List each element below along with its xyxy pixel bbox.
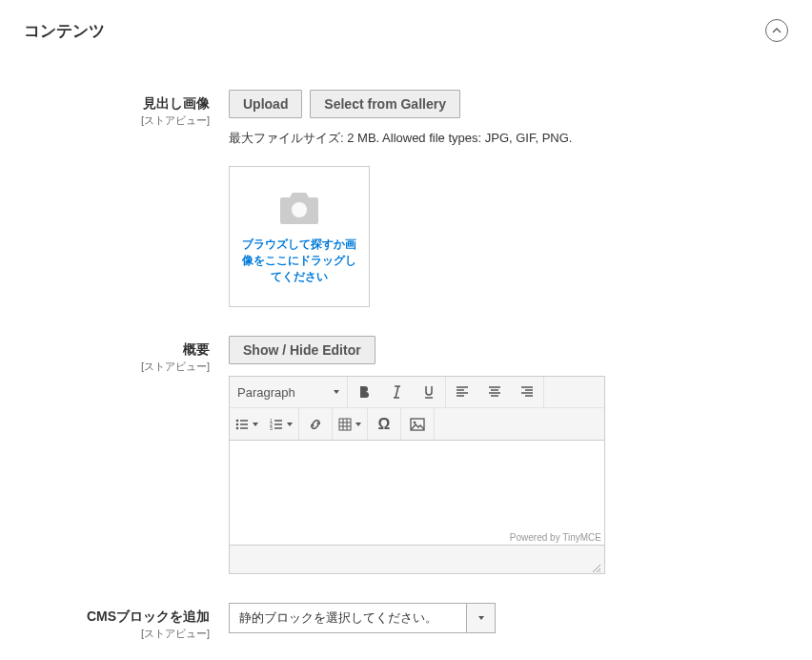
section-header: コンテンツ (24, 19, 788, 42)
svg-point-2 (236, 423, 239, 425)
field-label: 概要 (24, 341, 210, 359)
svg-point-9 (414, 421, 416, 423)
field-scope: [ストアビュー] (24, 113, 210, 128)
align-right-icon (520, 385, 534, 399)
align-right-button[interactable] (511, 377, 543, 407)
link-icon (308, 417, 323, 432)
select-from-gallery-button[interactable]: Select from Gallery (310, 90, 460, 118)
field-scope: [ストアビュー] (24, 627, 210, 641)
cms-block-select[interactable]: 静的ブロックを選択してください。 (229, 603, 496, 633)
dropzone-text: ブラウズして探すか画像をここにドラッグしてください (239, 237, 359, 284)
editor-statusbar (229, 546, 605, 574)
omega-icon: Ω (378, 416, 391, 433)
field-label: 見出し画像 (24, 95, 210, 113)
align-center-icon (488, 385, 501, 399)
image-dropzone[interactable]: ブラウズして探すか画像をここにドラッグしてください (229, 166, 370, 307)
field-control: 静的ブロックを選択してください。 (229, 603, 788, 633)
wysiwyg-editor: Paragraph (229, 376, 605, 574)
align-left-button[interactable] (446, 377, 478, 407)
collapse-toggle[interactable] (765, 19, 788, 42)
align-left-icon (456, 385, 469, 399)
toggle-editor-button[interactable]: Show / Hide Editor (229, 336, 376, 364)
caret-down-icon (355, 423, 361, 426)
field-label-col: 見出し画像 [ストアビュー] (24, 90, 229, 128)
table-button[interactable] (333, 409, 367, 440)
table-icon (338, 418, 352, 431)
format-select[interactable]: Paragraph (230, 377, 347, 407)
svg-text:3: 3 (270, 425, 273, 431)
caret-down-icon (253, 423, 258, 426)
numbered-list-button[interactable]: 123 (264, 409, 298, 440)
caret-down-icon (334, 390, 339, 394)
align-center-button[interactable] (478, 377, 511, 407)
format-select-label: Paragraph (237, 385, 295, 400)
resize-handle[interactable] (592, 561, 601, 570)
svg-rect-7 (339, 419, 351, 430)
link-button[interactable] (299, 409, 332, 440)
italic-icon (390, 385, 403, 399)
bullet-list-button[interactable] (230, 409, 264, 440)
field-cms-block: CMSブロックを追加 [ストアビュー] 静的ブロックを選択してください。 (24, 603, 788, 641)
bold-icon (357, 385, 371, 399)
upload-button[interactable]: Upload (229, 90, 302, 118)
camera-icon (276, 188, 322, 229)
field-label-col: CMSブロックを追加 [ストアビュー] (24, 603, 229, 641)
editor-content-area[interactable]: Powered by TinyMCE (229, 441, 605, 546)
section-title: コンテンツ (24, 20, 105, 42)
italic-button[interactable] (380, 377, 413, 407)
field-label-col: 概要 [ストアビュー] (24, 336, 229, 374)
file-hint: 最大ファイルサイズ: 2 MB. Allowed file types: JPG… (229, 130, 788, 147)
image-button[interactable] (401, 409, 434, 440)
bullet-list-icon (235, 418, 249, 431)
numbered-list-icon: 123 (270, 418, 283, 431)
svg-point-1 (236, 419, 239, 422)
underline-button[interactable] (413, 377, 445, 407)
svg-point-0 (292, 202, 307, 217)
field-control: Show / Hide Editor Paragraph (229, 336, 788, 574)
editor-brand: Powered by TinyMCE (510, 532, 601, 543)
special-char-button[interactable]: Ω (368, 409, 400, 440)
select-dropdown-toggle[interactable] (467, 603, 496, 633)
bold-button[interactable] (348, 377, 380, 407)
chevron-up-icon (772, 28, 782, 33)
field-summary: 概要 [ストアビュー] Show / Hide Editor Paragraph (24, 336, 788, 574)
field-control: Upload Select from Gallery 最大ファイルサイズ: 2 … (229, 90, 788, 307)
image-icon (410, 418, 425, 431)
editor-toolbar: Paragraph (229, 376, 605, 441)
select-value: 静的ブロックを選択してください。 (229, 603, 467, 633)
underline-icon (422, 385, 436, 399)
caret-down-icon (478, 616, 484, 620)
field-scope: [ストアビュー] (24, 360, 210, 374)
field-heading-image: 見出し画像 [ストアビュー] Upload Select from Galler… (24, 90, 788, 307)
caret-down-icon (287, 423, 293, 426)
field-label: CMSブロックを追加 (24, 608, 210, 626)
svg-point-3 (236, 426, 239, 429)
